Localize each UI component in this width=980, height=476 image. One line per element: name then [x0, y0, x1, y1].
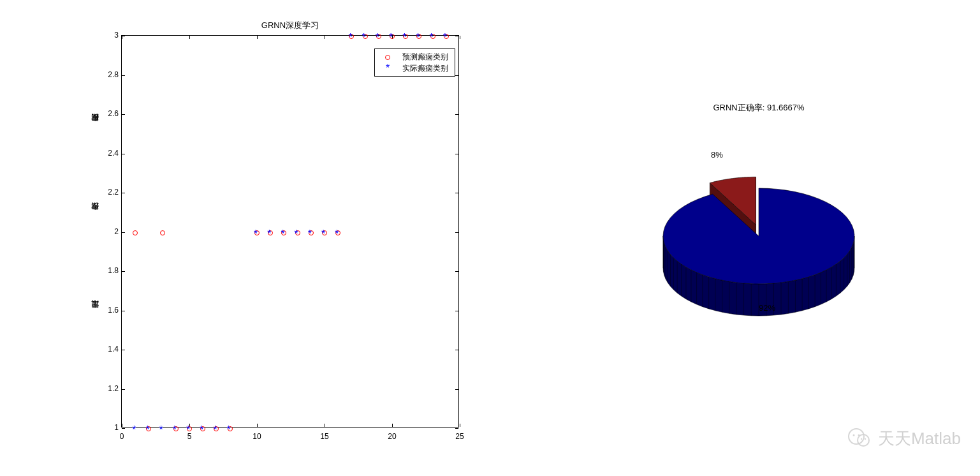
x-tick	[325, 424, 325, 427]
star-marker: *	[200, 422, 206, 434]
x-tick-label: 20	[386, 432, 399, 441]
y-tick	[122, 232, 125, 233]
pie-label-large: 92%	[759, 303, 775, 313]
svg-point-5	[865, 438, 866, 440]
star-marker: *	[321, 227, 328, 238]
circle-marker	[160, 227, 165, 238]
star-marker: *	[281, 227, 287, 238]
y-tick-label: 2.8	[96, 70, 119, 79]
y-tick-label: 1.2	[96, 384, 119, 393]
star-marker: *	[335, 227, 341, 238]
star-marker: *	[348, 30, 355, 41]
star-marker: *	[295, 227, 301, 238]
x-tick	[257, 424, 258, 427]
star-marker: *	[362, 30, 369, 41]
y-tick	[122, 350, 125, 350]
star-marker: *	[443, 30, 450, 41]
svg-point-3	[858, 435, 859, 436]
watermark: 天天Matlab	[847, 426, 961, 450]
star-marker: *	[308, 227, 314, 238]
y-tick	[122, 271, 125, 272]
y-tick	[455, 114, 458, 115]
y-tick	[122, 311, 125, 311]
star-marker: *	[376, 30, 382, 41]
star-marker: *	[213, 422, 219, 434]
watermark-text: 天天Matlab	[878, 428, 961, 450]
svg-point-4	[861, 438, 862, 440]
y-tick	[455, 193, 458, 193]
pie-svg	[638, 166, 880, 357]
scatter-chart: GRNN深度学习 预测癫痫类别 * 实际癫痫类别 ***************…	[121, 35, 459, 428]
y-tick	[122, 75, 125, 76]
x-tick-label: 10	[251, 432, 263, 441]
x-tick	[189, 36, 190, 39]
x-tick	[325, 36, 325, 39]
y-tick-label: 1.6	[96, 306, 119, 315]
y-tick-label: 2.2	[96, 188, 119, 197]
star-marker: *	[159, 422, 166, 434]
x-tick	[122, 424, 122, 427]
x-tick	[392, 424, 393, 427]
star-marker: *	[254, 227, 260, 238]
y-tick	[455, 75, 458, 76]
y-tick	[455, 36, 458, 36]
pie-label-small: 8%	[711, 150, 723, 160]
pie-chart: GRNN正确率: 91.6667% 8% 92%	[638, 166, 880, 332]
x-tick-label: 5	[183, 432, 196, 441]
y-tick	[122, 36, 125, 36]
wechat-icon	[847, 426, 872, 450]
star-marker: *	[416, 30, 422, 41]
x-tick	[460, 36, 460, 39]
y-tick-label: 2.6	[96, 109, 119, 118]
star-marker: *	[145, 422, 152, 434]
y-tick	[122, 389, 125, 390]
y-tick	[455, 154, 458, 154]
y-tick-label: 3	[96, 31, 119, 40]
x-tick	[257, 36, 258, 39]
x-tick	[460, 424, 460, 427]
star-marker: *	[267, 227, 274, 238]
star-marker: *	[402, 30, 409, 41]
y-tick	[455, 232, 458, 233]
y-tick	[455, 311, 458, 311]
x-tick-label: 15	[318, 432, 331, 441]
scatter-title: GRNN深度学习	[261, 20, 319, 31]
x-tick-label: 25	[453, 432, 466, 441]
y-tick-label: 1.4	[96, 345, 119, 353]
x-tick-label: 0	[115, 432, 128, 441]
star-marker: *	[389, 30, 395, 41]
y-tick	[122, 428, 125, 429]
star-marker: *	[430, 30, 436, 41]
y-tick-label: 2	[96, 227, 119, 236]
svg-point-2	[852, 435, 854, 436]
svg-point-0	[849, 429, 864, 444]
y-tick-label: 1.8	[96, 266, 119, 275]
y-tick	[122, 114, 125, 115]
pie-top	[663, 188, 854, 284]
circle-marker	[133, 227, 138, 238]
y-tick	[455, 389, 458, 390]
pie-title: GRNN正确率: 91.6667%	[713, 102, 804, 114]
y-tick	[122, 154, 125, 154]
y-tick-label: 2.4	[96, 149, 119, 158]
star-marker: *	[132, 422, 138, 434]
y-tick-label: 1	[96, 423, 119, 432]
y-tick	[122, 193, 125, 193]
star-marker: *	[173, 422, 179, 434]
scatter-plot-area: ***********************	[122, 36, 458, 427]
y-tick	[455, 271, 458, 272]
star-marker: *	[227, 422, 233, 434]
y-tick	[455, 428, 458, 429]
y-tick	[455, 350, 458, 350]
